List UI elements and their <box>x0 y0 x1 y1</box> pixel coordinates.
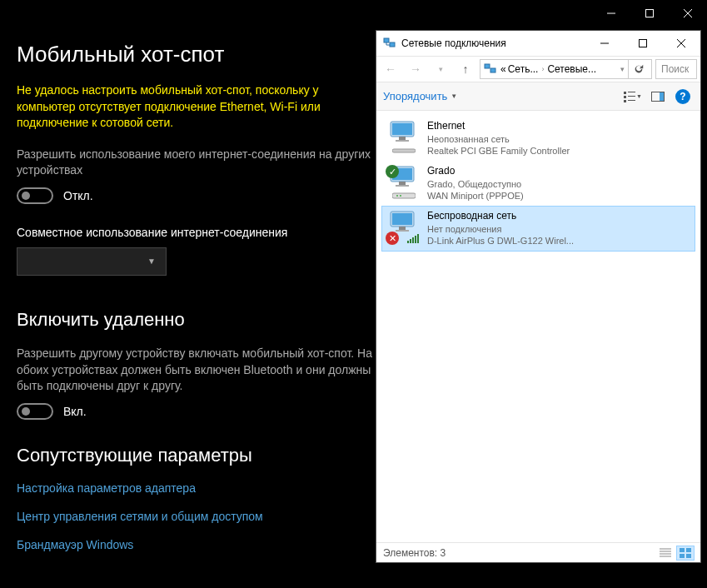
view-options-button[interactable]: ▼ <box>622 86 644 107</box>
breadcrumb-part-2[interactable]: Сетевые... <box>547 63 596 75</box>
search-placeholder: Поиск <box>661 63 689 75</box>
maximize-button[interactable] <box>630 0 669 27</box>
organize-label: Упорядочить <box>383 90 447 102</box>
window-icon <box>383 37 396 50</box>
connection-name: Grado <box>427 165 524 178</box>
signal-bars-icon <box>407 234 419 243</box>
share-description: Разрешить использование моего интернет-с… <box>17 147 383 179</box>
remote-toggle-label: Вкл. <box>63 405 87 418</box>
connection-status: Неопознанная сеть <box>427 133 570 145</box>
connection-status: Grado, Общедоступно <box>427 178 524 190</box>
svg-rect-31 <box>392 193 416 198</box>
connection-item[interactable]: ✕ Беспроводная сеть Нет подключения D-Li… <box>381 206 695 251</box>
view-tiles-button[interactable] <box>677 546 694 560</box>
window-title: Сетевые подключения <box>401 37 585 49</box>
hotspot-toggle-label: Откл. <box>63 189 93 202</box>
svg-rect-36 <box>399 227 406 230</box>
hotspot-toggle[interactable] <box>17 187 53 204</box>
breadcrumb-part-1[interactable]: Сеть... <box>508 63 539 75</box>
connection-device: WAN Miniport (PPPOE) <box>427 190 524 202</box>
minimize-button[interactable] <box>592 0 630 27</box>
connection-item[interactable]: Ethernet Неопознанная сеть Realtek PCI G… <box>381 116 695 161</box>
network-connections-window: Сетевые подключения ← → ▾ ↑ « Сеть... › … <box>376 30 701 563</box>
status-label: Элементов: <box>383 547 437 559</box>
svg-rect-24 <box>399 137 406 140</box>
window-titlebar[interactable]: Сетевые подключения <box>376 31 700 56</box>
svg-rect-37 <box>396 230 409 232</box>
svg-rect-1 <box>646 10 654 17</box>
connection-name: Ethernet <box>427 120 570 133</box>
status-count: 3 <box>441 547 446 559</box>
nav-up-button[interactable]: ↑ <box>455 58 476 80</box>
nav-recent-dropdown[interactable]: ▾ <box>430 58 451 80</box>
view-details-button[interactable] <box>657 546 674 560</box>
svg-rect-45 <box>686 554 691 558</box>
connection-icon <box>387 120 421 153</box>
connections-list: Ethernet Неопознанная сеть Realtek PCI G… <box>376 111 700 542</box>
close-button[interactable] <box>669 0 707 27</box>
chevron-right-icon: › <box>541 65 544 73</box>
preview-pane-button[interactable] <box>647 86 669 107</box>
svg-rect-29 <box>399 182 406 185</box>
svg-rect-5 <box>390 42 395 47</box>
svg-rect-23 <box>392 123 412 135</box>
refresh-button[interactable] <box>628 59 648 79</box>
organize-menu[interactable]: Упорядочить ▼ <box>383 90 457 102</box>
svg-rect-42 <box>680 548 685 552</box>
svg-rect-19 <box>628 100 635 101</box>
navigation-bar: ← → ▾ ↑ « Сеть... › Сетевые... ▾ Поиск <box>376 56 700 82</box>
help-icon: ? <box>675 89 690 104</box>
svg-rect-16 <box>624 96 626 98</box>
svg-rect-4 <box>384 38 389 42</box>
svg-rect-13 <box>490 68 495 72</box>
nav-back-button[interactable]: ← <box>380 58 401 80</box>
dropdown-triangle-icon: ▼ <box>451 92 457 100</box>
connection-device: D-Link AirPlus G DWL-G122 Wirel... <box>427 235 574 247</box>
child-minimize-button[interactable] <box>585 31 624 56</box>
search-input[interactable]: Поиск <box>655 59 697 79</box>
svg-rect-14 <box>624 92 626 94</box>
child-close-button[interactable] <box>662 31 700 56</box>
chevron-down-icon: ▼ <box>147 257 156 266</box>
svg-rect-17 <box>628 96 635 97</box>
status-bar: Элементов: 3 <box>376 542 700 562</box>
svg-rect-30 <box>396 185 409 187</box>
svg-point-33 <box>400 195 401 197</box>
svg-rect-43 <box>686 548 691 552</box>
connection-icon: ✓ <box>387 165 421 198</box>
svg-point-32 <box>396 195 398 197</box>
breadcrumb-dropdown[interactable]: ▾ <box>620 65 625 73</box>
connection-status: Нет подключения <box>427 223 574 235</box>
svg-rect-35 <box>392 213 412 225</box>
remote-description: Разрешить другому устройству включать мо… <box>17 346 383 395</box>
connection-device: Realtek PCI GBE Family Controller <box>427 145 570 157</box>
svg-rect-21 <box>660 92 664 101</box>
svg-rect-12 <box>485 64 490 68</box>
svg-rect-26 <box>392 149 416 152</box>
svg-rect-25 <box>396 140 409 142</box>
help-button[interactable]: ? <box>672 86 694 107</box>
disconnected-badge-icon: ✕ <box>386 232 399 245</box>
connection-item[interactable]: ✓ Grado Grado, Общедоступно WAN Miniport… <box>381 161 695 206</box>
svg-rect-18 <box>624 100 626 102</box>
svg-rect-44 <box>680 554 685 558</box>
connection-icon: ✕ <box>387 210 421 243</box>
svg-rect-15 <box>628 92 635 92</box>
toolbar: Упорядочить ▼ ▼ ? <box>376 82 700 111</box>
dropdown-triangle-icon: ▼ <box>636 93 642 99</box>
breadcrumb-icon <box>484 62 497 76</box>
connection-name: Беспроводная сеть <box>427 210 574 223</box>
warning-message: Не удалось настроить мобильный хот-спот,… <box>17 82 366 132</box>
breadcrumb[interactable]: « Сеть... › Сетевые... ▾ <box>480 59 652 79</box>
nav-forward-button[interactable]: → <box>405 58 426 80</box>
remote-toggle[interactable] <box>17 403 53 420</box>
svg-rect-9 <box>640 40 647 47</box>
child-maximize-button[interactable] <box>624 31 662 56</box>
share-connection-dropdown[interactable]: ▼ <box>17 247 167 276</box>
breadcrumb-overflow[interactable]: « <box>500 63 506 75</box>
